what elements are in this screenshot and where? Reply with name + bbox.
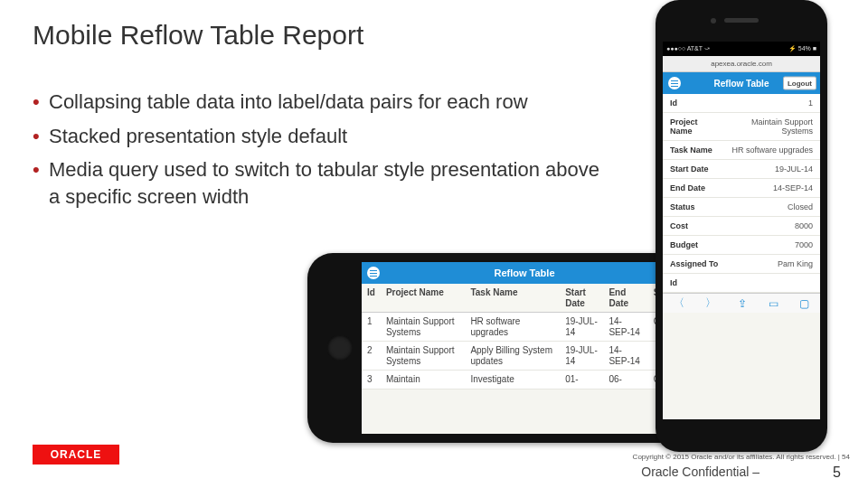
- list-item: End Date14-SEP-14: [663, 179, 820, 198]
- phone-portrait: ●●●○○ AT&T ⤻ ⚡ 54% ■ apexea.oracle.com R…: [656, 0, 827, 452]
- safari-toolbar: 〈 〉 ⇪ ▭ ▢: [663, 293, 820, 313]
- tabs-icon[interactable]: ▢: [799, 297, 809, 310]
- back-icon[interactable]: 〈: [674, 296, 684, 311]
- col-header: Start Date: [560, 284, 603, 313]
- share-icon[interactable]: ⇪: [738, 297, 747, 310]
- oracle-logo: ORACLE: [33, 445, 119, 465]
- url-bar[interactable]: apexea.oracle.com: [663, 56, 820, 72]
- app-navbar: Reflow Table: [362, 262, 687, 284]
- list-item: Start Date19-JUL-14: [663, 160, 820, 179]
- page-number: 5: [833, 465, 841, 481]
- menu-icon[interactable]: [668, 77, 681, 89]
- app-navbar-portrait: Reflow Table Logout: [663, 72, 820, 94]
- bullet-item: Collapsing table data into label/data pa…: [33, 89, 611, 116]
- reflow-table: Id Project Name Task Name Start Date End…: [362, 284, 687, 389]
- speaker-icon: [724, 18, 759, 23]
- phone-landscape-screen: Reflow Table Id Project Name Task Name S…: [362, 262, 687, 434]
- col-header: Task Name: [465, 284, 560, 313]
- logout-button[interactable]: Logout: [783, 77, 816, 90]
- table-row: 3 Maintain Investigate 01- 06- Open: [362, 371, 687, 389]
- list-item: StatusClosed: [663, 198, 820, 217]
- col-header: End Date: [603, 284, 647, 313]
- confidential-label: Oracle Confidential –: [641, 465, 760, 479]
- menu-icon[interactable]: [367, 267, 380, 279]
- navbar-title: Reflow Table: [494, 267, 554, 278]
- list-item: Id: [663, 274, 820, 293]
- status-bar: ●●●○○ AT&T ⤻ ⚡ 54% ■: [663, 42, 820, 56]
- phone-portrait-screen: ●●●○○ AT&T ⤻ ⚡ 54% ■ apexea.oracle.com R…: [663, 42, 820, 419]
- slide-title: Mobile Reflow Table Report: [33, 20, 363, 51]
- camera-icon: [711, 18, 716, 23]
- list-item: Cost8000: [663, 217, 820, 236]
- navbar-title: Reflow Table: [714, 79, 769, 89]
- col-header: Project Name: [381, 284, 466, 313]
- table-row: 2 Maintain Support Systems Apply Billing…: [362, 342, 687, 371]
- list-item: Id1: [663, 94, 820, 113]
- bullet-item: Stacked presentation style default: [33, 123, 611, 150]
- bullet-list: Collapsing table data into label/data pa…: [33, 89, 611, 218]
- col-header: Id: [362, 284, 381, 313]
- bookmarks-icon[interactable]: ▭: [769, 297, 778, 310]
- bullet-item: Media query used to switch to tabular st…: [33, 156, 611, 210]
- forward-icon[interactable]: 〉: [705, 296, 716, 311]
- copyright-text: Copyright © 2015 Oracle and/or its affil…: [633, 453, 850, 461]
- list-item: Task NameHR software upgrades: [663, 141, 820, 160]
- list-item: Budget7000: [663, 236, 820, 255]
- list-item: Project NameMaintain Support Systems: [663, 113, 820, 141]
- phone-landscape: Reflow Table Id Project Name Task Name S…: [307, 253, 696, 443]
- stacked-list: Id1 Project NameMaintain Support Systems…: [663, 94, 820, 293]
- table-row: 1 Maintain Support Systems HR software u…: [362, 313, 687, 342]
- list-item: Assigned ToPam King: [663, 255, 820, 274]
